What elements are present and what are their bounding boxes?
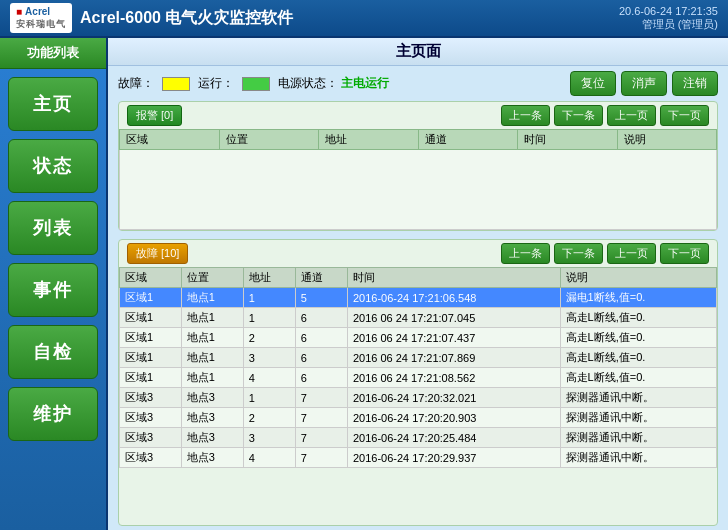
sidebar: 功能列表 主页 状态 列表 事件 自检 维护	[0, 38, 108, 530]
table-row[interactable]: 区域1地点1362016 06 24 17:21:07.869高走L断线,值=0…	[120, 348, 717, 368]
fault-table: 区域 位置 地址 通道 时间 说明 区域1地点1152016-06-24 17:…	[119, 267, 717, 468]
alert-nav-buttons: 上一条 下一条 上一页 下一页	[501, 105, 709, 126]
page-title: 主页面	[108, 38, 728, 66]
run-indicator	[242, 77, 270, 91]
alert-next-item[interactable]: 下一条	[554, 105, 603, 126]
user-display: 管理员 (管理员)	[619, 17, 718, 32]
sidebar-item-event[interactable]: 事件	[8, 263, 98, 317]
fault-prev-page[interactable]: 上一页	[607, 243, 656, 264]
header: ■ Acrel 安科瑞电气 Acrel-6000 电气火灾监控软件 20.6-0…	[0, 0, 728, 38]
fault-nav-buttons: 上一条 下一条 上一页 下一页	[501, 243, 709, 264]
alert-next-page[interactable]: 下一页	[660, 105, 709, 126]
table-row[interactable]: 区域3地点3472016-06-24 17:20:29.937探测器通讯中断。	[120, 448, 717, 468]
fault-next-item[interactable]: 下一条	[554, 243, 603, 264]
sidebar-item-list[interactable]: 列表	[8, 201, 98, 255]
sidebar-item-home[interactable]: 主页	[8, 77, 98, 131]
fault-next-page[interactable]: 下一页	[660, 243, 709, 264]
table-row[interactable]: 区域1地点1162016 06 24 17:21:07.045高走L断线,值=0…	[120, 308, 717, 328]
fault-col-addr: 地址	[243, 268, 295, 288]
alert-panel: 报警 [0] 上一条 下一条 上一页 下一页 区域 位置 地址 通道	[118, 101, 718, 231]
alert-tab[interactable]: 报警 [0]	[127, 105, 182, 126]
alert-table-body	[120, 150, 717, 230]
sidebar-item-selfcheck[interactable]: 自检	[8, 325, 98, 379]
fault-panel-header: 故障 [10] 上一条 下一条 上一页 下一页	[119, 240, 717, 267]
content-area: 主页面 故障： 运行： 电源状态： 主电运行 复位 消声 注销 报警 [0] 上…	[108, 38, 728, 530]
fault-prev-item[interactable]: 上一条	[501, 243, 550, 264]
table-row[interactable]: 区域1地点1262016 06 24 17:21:07.437高走L断线,值=0…	[120, 328, 717, 348]
cancel-button[interactable]: 注销	[672, 71, 718, 96]
fault-table-wrapper[interactable]: 区域 位置 地址 通道 时间 说明 区域1地点1152016-06-24 17:…	[119, 267, 717, 525]
reset-button[interactable]: 复位	[570, 71, 616, 96]
sidebar-item-status[interactable]: 状态	[8, 139, 98, 193]
fault-col-channel: 通道	[295, 268, 347, 288]
header-logo: ■ Acrel 安科瑞电气 Acrel-6000 电气火灾监控软件	[10, 3, 293, 33]
alert-table: 区域 位置 地址 通道 时间 说明	[119, 129, 717, 230]
alert-col-channel: 通道	[418, 130, 518, 150]
header-brand: Acrel-6000 电气火灾监控软件	[80, 8, 293, 29]
table-row[interactable]: 区域1地点1462016 06 24 17:21:08.562高走L断线,值=0…	[120, 368, 717, 388]
alert-prev-item[interactable]: 上一条	[501, 105, 550, 126]
fault-col-desc: 说明	[560, 268, 716, 288]
header-info: 20.6-06-24 17:21:35 管理员 (管理员)	[619, 5, 718, 32]
mute-button[interactable]: 消声	[621, 71, 667, 96]
status-bar: 故障： 运行： 电源状态： 主电运行 复位 消声 注销	[108, 66, 728, 101]
sidebar-title: 功能列表	[0, 38, 106, 69]
main-layout: 功能列表 主页 状态 列表 事件 自检 维护 主页面 故障： 运行： 电源状态：…	[0, 38, 728, 530]
action-buttons: 复位 消声 注销	[570, 71, 718, 96]
table-row	[120, 150, 717, 230]
alert-col-time: 时间	[518, 130, 618, 150]
power-status: 电源状态： 主电运行	[278, 75, 389, 92]
fault-indicator	[162, 77, 190, 91]
fault-tab[interactable]: 故障 [10]	[127, 243, 188, 264]
alert-col-desc: 说明	[617, 130, 717, 150]
alert-col-location: 位置	[219, 130, 319, 150]
fault-col-location: 位置	[181, 268, 243, 288]
fault-col-time: 时间	[347, 268, 560, 288]
fault-col-area: 区域	[120, 268, 182, 288]
alert-prev-page[interactable]: 上一页	[607, 105, 656, 126]
alert-col-area: 区域	[120, 130, 220, 150]
fault-label: 故障：	[118, 75, 154, 92]
table-row[interactable]: 区域3地点3272016-06-24 17:20:20.903探测器通讯中断。	[120, 408, 717, 428]
table-row[interactable]: 区域3地点3372016-06-24 17:20:25.484探测器通讯中断。	[120, 428, 717, 448]
sidebar-item-maintain[interactable]: 维护	[8, 387, 98, 441]
alert-panel-header: 报警 [0] 上一条 下一条 上一页 下一页	[119, 102, 717, 129]
fault-panel: 故障 [10] 上一条 下一条 上一页 下一页 区域 位置 地址 通道	[118, 239, 718, 526]
table-row[interactable]: 区域1地点1152016-06-24 17:21:06.548漏电1断线,值=0…	[120, 288, 717, 308]
fault-table-body: 区域1地点1152016-06-24 17:21:06.548漏电1断线,值=0…	[120, 288, 717, 468]
datetime-display: 20.6-06-24 17:21:35	[619, 5, 718, 17]
alert-col-addr: 地址	[319, 130, 419, 150]
run-label: 运行：	[198, 75, 234, 92]
table-row[interactable]: 区域3地点3172016-06-24 17:20:32.021探测器通讯中断。	[120, 388, 717, 408]
logo-image: ■ Acrel 安科瑞电气	[10, 3, 72, 33]
